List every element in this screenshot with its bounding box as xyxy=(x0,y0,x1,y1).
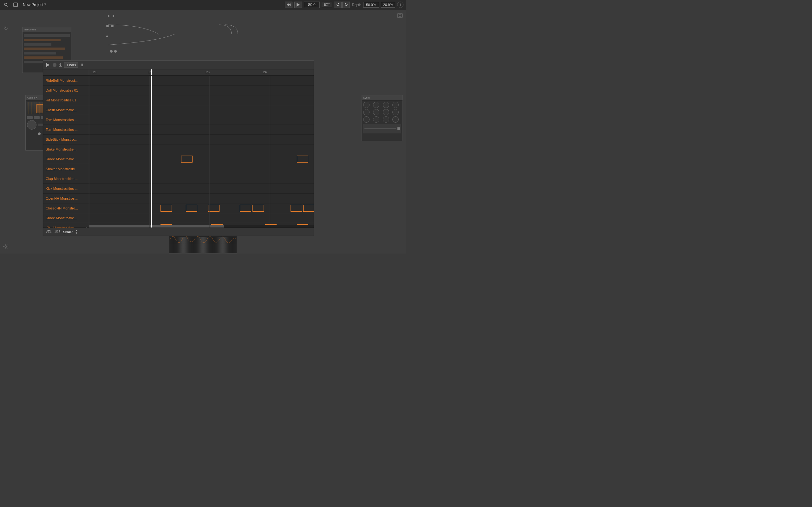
svg-rect-7 xyxy=(397,14,403,17)
seq-play-button[interactable] xyxy=(45,62,51,68)
step-row-13[interactable] xyxy=(89,204,314,213)
snap-arrows[interactable]: ▲ ▼ xyxy=(75,229,78,234)
playhead xyxy=(151,76,152,228)
note-block-13-6[interactable] xyxy=(303,205,314,212)
bars-selector[interactable]: 1 bars xyxy=(64,62,78,68)
step-row-4[interactable] xyxy=(89,115,314,125)
track-name-2[interactable]: Hit Monstrosities 01 xyxy=(43,95,89,105)
depth-label: Depth xyxy=(352,3,361,7)
node-dot-seq-mid xyxy=(114,50,117,53)
sequencer-panel: 1 bars ⏸ 1:1 1:2 1:3 1:4 RideBell Monstr… xyxy=(43,60,314,236)
timeline-marker-1-4: 1:4 xyxy=(262,70,267,74)
track-name-9[interactable]: Shaker Monstrositi... xyxy=(43,164,89,174)
node-dot-5 xyxy=(113,15,114,17)
svg-point-0 xyxy=(4,3,7,6)
vel-label: VEL xyxy=(46,230,52,233)
track-name-11[interactable]: Kick Monstrosities ... xyxy=(43,184,89,193)
track-name-7[interactable]: Strike Monstrostie... xyxy=(43,145,89,154)
transport-controls: 80.0 EXT ↺ ↻ Depth 50.0% 20.9% i xyxy=(285,2,403,8)
svg-marker-3 xyxy=(289,3,291,6)
step-row-5[interactable] xyxy=(89,125,314,135)
loading-spinner: ↻ xyxy=(4,25,8,32)
window-toggle-button[interactable] xyxy=(12,1,19,8)
svg-marker-9 xyxy=(46,63,49,67)
node-dot-1 xyxy=(106,25,109,27)
settings-icon[interactable] xyxy=(3,243,9,251)
node-dot-4 xyxy=(108,15,109,17)
note-block-8-0[interactable] xyxy=(181,156,193,163)
step-row-0[interactable] xyxy=(89,76,314,86)
svg-line-1 xyxy=(7,5,8,7)
track-name-15[interactable]: Kick Monstrosities ...⬆ xyxy=(43,223,89,228)
snap-fraction: 1/16 xyxy=(54,230,60,233)
track-name-5[interactable]: Tom Monstrosities ... xyxy=(43,125,89,135)
track-scroll-arrow[interactable]: ⬆ xyxy=(84,223,89,228)
track-name-10[interactable]: Clap Monstrosities ... xyxy=(43,174,89,184)
scrollbar-thumb[interactable] xyxy=(89,225,224,228)
step-row-6[interactable] xyxy=(89,135,314,145)
play-button[interactable] xyxy=(294,2,302,8)
top-bar: New Project * 80.0 EXT ↺ ↻ Depth 50.0% 2… xyxy=(0,0,406,9)
node-dot-seq-bottom xyxy=(38,132,41,135)
step-row-1[interactable] xyxy=(89,86,314,95)
step-row-8[interactable] xyxy=(89,154,314,164)
undo-redo-group: ↺ ↻ xyxy=(334,2,350,8)
seq-toolbar: 1 bars ⏸ xyxy=(43,60,314,69)
redo-button[interactable]: ↻ xyxy=(342,2,350,8)
search-button[interactable] xyxy=(3,1,9,8)
skip-back-button[interactable] xyxy=(285,2,293,8)
seq-bottom-bar: VEL 1/16 SNAP ▲ ▼ xyxy=(43,228,314,236)
track-name-12[interactable]: OpenHH Monstrosi... xyxy=(43,193,89,204)
note-block-13-2[interactable] xyxy=(208,205,219,212)
track-name-8[interactable]: Snare Monstrostie... xyxy=(43,154,89,164)
step-row-9[interactable] xyxy=(89,164,314,174)
note-block-13-1[interactable] xyxy=(186,205,197,212)
bg-plugin-window-3: Synth xyxy=(362,95,403,141)
ext-button[interactable]: EXT xyxy=(322,2,332,7)
note-block-13-0[interactable] xyxy=(160,205,172,212)
node-dot-seq-top xyxy=(110,50,113,53)
project-title: New Project * xyxy=(21,3,282,7)
track-name-4[interactable]: Tom Monstrosities ... xyxy=(43,115,89,125)
track-name-6[interactable]: SideStick Monstro... xyxy=(43,135,89,145)
track-name-13[interactable]: ClosedHH Monstro... xyxy=(43,204,89,213)
step-row-7[interactable] xyxy=(89,145,314,154)
step-row-12[interactable] xyxy=(89,193,314,204)
seq-download-button[interactable] xyxy=(58,63,62,67)
note-block-13-5[interactable] xyxy=(291,205,302,212)
svg-marker-6 xyxy=(297,3,300,7)
step-row-11[interactable] xyxy=(89,184,314,193)
screenshot-icon[interactable] xyxy=(397,13,403,19)
track-name-1[interactable]: Drill Monstrosities 01 xyxy=(43,86,89,95)
snap-label: SNAP xyxy=(63,230,72,234)
info-button[interactable]: i xyxy=(397,2,403,8)
svg-point-8 xyxy=(399,14,401,16)
timeline-marker-1-1: 1:1 xyxy=(92,70,97,74)
track-name-14[interactable]: Snare Monstrostie... xyxy=(43,213,89,223)
undo-button[interactable]: ↺ xyxy=(334,2,342,8)
canvas-area: ↻ Instrument xyxy=(0,9,406,253)
seq-main-area: RideBell Monstrosi...Drill Monstrosities… xyxy=(43,76,314,228)
step-row-3[interactable] xyxy=(89,105,314,115)
timeline-marker-1-3: 1:3 xyxy=(205,70,210,74)
note-block-13-4[interactable] xyxy=(252,205,264,212)
step-row-14[interactable] xyxy=(89,213,314,223)
node-dot-2 xyxy=(111,25,113,27)
track-name-3[interactable]: Crash Monstrostie... xyxy=(43,105,89,115)
depth-value[interactable]: 50.0% xyxy=(363,2,379,8)
track-names-column: RideBell Monstrosi...Drill Monstrosities… xyxy=(43,76,89,228)
svg-point-17 xyxy=(5,245,7,247)
svg-rect-2 xyxy=(14,3,17,7)
percent-value[interactable]: 20.9% xyxy=(381,2,395,8)
note-block-8-1[interactable] xyxy=(297,156,308,163)
note-block-13-3[interactable] xyxy=(240,205,251,212)
node-dot-3 xyxy=(106,36,108,37)
bpm-display[interactable]: 80.0 xyxy=(304,2,320,8)
seq-pause-button[interactable]: ⏸ xyxy=(80,63,84,67)
grid-scrollbar[interactable] xyxy=(89,225,314,228)
step-grid[interactable] xyxy=(89,76,314,228)
seq-record-button[interactable] xyxy=(53,63,56,67)
track-name-0[interactable]: RideBell Monstrosi... xyxy=(43,76,89,86)
step-row-2[interactable] xyxy=(89,95,314,105)
step-row-10[interactable] xyxy=(89,174,314,184)
